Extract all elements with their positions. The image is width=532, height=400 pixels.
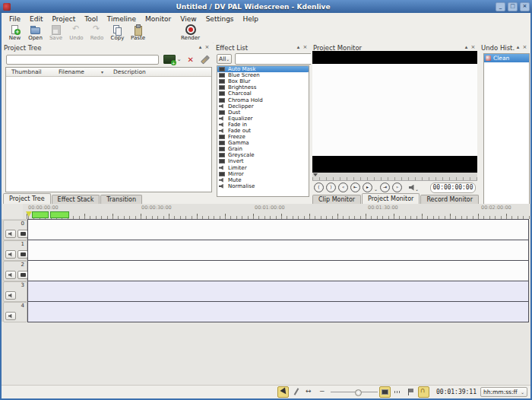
tab-project-tree[interactable]: Project Tree bbox=[3, 193, 51, 204]
menu-help[interactable]: Help bbox=[239, 14, 264, 24]
hide-track-button[interactable] bbox=[17, 271, 28, 279]
hide-track-button[interactable] bbox=[17, 250, 28, 259]
close-icon[interactable]: × bbox=[520, 2, 530, 11]
close-panel-icon[interactable]: × bbox=[204, 44, 211, 51]
close-panel-icon[interactable]: × bbox=[470, 44, 477, 51]
menu-timeline[interactable]: Timeline bbox=[103, 14, 141, 24]
track-row-2[interactable] bbox=[27, 260, 529, 281]
razor-tool-icon[interactable] bbox=[290, 386, 302, 398]
play-options-chevron-icon[interactable]: ⌄ bbox=[374, 186, 378, 192]
project-tree-list[interactable]: Thumbnail Filename ▾ Description bbox=[5, 67, 212, 192]
add-clip-icon[interactable] bbox=[163, 55, 176, 64]
menu-edit[interactable]: Edit bbox=[25, 14, 47, 24]
effect-item-fade-in[interactable]: Fade in bbox=[217, 122, 309, 128]
open-button[interactable]: Open bbox=[25, 24, 46, 41]
close-panel-icon[interactable]: × bbox=[302, 44, 309, 51]
float-panel-icon[interactable]: ▴ bbox=[197, 44, 204, 51]
track-row-3[interactable] bbox=[27, 281, 529, 301]
effect-item-dust[interactable]: Dust bbox=[217, 110, 309, 116]
float-panel-icon[interactable]: ▴ bbox=[295, 44, 302, 51]
menu-settings[interactable]: Settings bbox=[201, 14, 239, 24]
effect-item-freeze[interactable]: Freeze bbox=[217, 134, 309, 140]
effect-item-brightness[interactable]: Brightness bbox=[217, 84, 309, 90]
marker-comments-icon[interactable] bbox=[405, 386, 416, 398]
effect-list-scrollbar[interactable]: ▲ ▲ ▼ bbox=[309, 66, 309, 197]
set-zone-end-button[interactable]: ) bbox=[326, 183, 336, 192]
effect-item-auto-mask[interactable]: Auto Mask bbox=[217, 66, 309, 72]
tab-clip-monitor[interactable]: Clip Monitor bbox=[312, 195, 361, 204]
spacer-tool-icon[interactable] bbox=[303, 386, 315, 398]
tab-transition[interactable]: Transition bbox=[100, 195, 142, 204]
rewind-button[interactable]: « bbox=[338, 183, 348, 192]
monitor-seek-ruler[interactable] bbox=[312, 173, 477, 181]
effect-list[interactable]: ▲ ▲ ▼ Auto MaskBlue ScreenBox BlurBright… bbox=[217, 65, 309, 197]
effect-item-fade-out[interactable]: Fade out bbox=[217, 128, 309, 134]
menu-project[interactable]: Project bbox=[48, 14, 81, 24]
effect-filter-dropdown[interactable]: All ⌄ bbox=[217, 54, 232, 64]
effect-item-charcoal[interactable]: Charcoal bbox=[217, 90, 309, 97]
timeline-zone[interactable] bbox=[50, 211, 69, 218]
project-tree-search-input[interactable] bbox=[6, 55, 159, 65]
mute-track-button[interactable] bbox=[5, 291, 16, 300]
effect-item-equalizer[interactable]: Equalizer bbox=[217, 116, 309, 122]
audio-thumbnails-icon[interactable] bbox=[392, 386, 404, 398]
effect-item-gamma[interactable]: Gamma bbox=[217, 140, 309, 146]
tab-record-monitor[interactable]: Record Monitor bbox=[420, 195, 479, 204]
zoom-out-icon[interactable] bbox=[316, 386, 328, 398]
render-button[interactable]: Render bbox=[180, 24, 201, 41]
float-panel-icon[interactable]: ▴ bbox=[463, 44, 470, 51]
edit-clip-icon[interactable] bbox=[201, 55, 210, 64]
tab-effect-stack[interactable]: Effect Stack bbox=[52, 195, 100, 204]
track-row-0[interactable] bbox=[27, 219, 529, 240]
effect-item-normalise[interactable]: Normalise bbox=[217, 183, 309, 189]
timeline-tracks[interactable] bbox=[27, 219, 529, 322]
minimize-icon[interactable]: _ bbox=[496, 2, 505, 11]
timeline-zone[interactable] bbox=[32, 211, 49, 218]
set-zone-start-button[interactable]: ( bbox=[314, 183, 324, 192]
forward-button[interactable]: » bbox=[392, 183, 402, 192]
menu-file[interactable]: File bbox=[5, 14, 25, 24]
track-row-4[interactable] bbox=[27, 301, 529, 322]
menu-view[interactable]: View bbox=[176, 14, 201, 24]
float-panel-icon[interactable]: ▴ bbox=[515, 44, 521, 51]
add-clip-chevron-icon[interactable]: ⌄ bbox=[177, 56, 182, 62]
copy-button[interactable]: Copy bbox=[107, 24, 128, 41]
mute-track-button[interactable] bbox=[5, 250, 16, 259]
effect-item-invert[interactable]: Invert bbox=[217, 158, 309, 164]
effect-item-grain[interactable]: Grain bbox=[217, 146, 309, 152]
app-icon[interactable] bbox=[3, 3, 11, 11]
mute-track-button[interactable] bbox=[5, 230, 16, 238]
slider-handle[interactable] bbox=[355, 389, 362, 396]
snap-icon[interactable] bbox=[418, 386, 429, 398]
play-button[interactable]: ▸ bbox=[363, 183, 372, 192]
mute-track-button[interactable] bbox=[5, 271, 16, 279]
timeline-ruler[interactable]: 00:00:00:0000:00:30:0000:01:00:0000:01:3… bbox=[23, 204, 530, 220]
hide-track-button[interactable] bbox=[17, 230, 28, 238]
close-panel-icon[interactable]: × bbox=[521, 44, 528, 51]
tab-project-monitor[interactable]: Project Monitor bbox=[362, 193, 420, 204]
timecode-format-dropdown[interactable]: hh:mm:ss:ff ⌄ bbox=[480, 387, 527, 397]
effect-item-chroma-hold[interactable]: Chroma Hold bbox=[217, 97, 309, 103]
effect-item-box-blur[interactable]: Box Blur bbox=[217, 78, 309, 84]
undo-history-list[interactable]: Clean bbox=[483, 53, 530, 205]
go-to-start-button[interactable]: ⇤ bbox=[350, 183, 360, 192]
playhead-icon[interactable] bbox=[26, 211, 32, 217]
effect-search-input[interactable] bbox=[235, 53, 323, 65]
effect-item-greyscale[interactable]: Greyscale bbox=[217, 152, 309, 158]
menu-monitor[interactable]: Monitor bbox=[141, 14, 176, 24]
timeline-zoom-slider[interactable] bbox=[331, 387, 378, 397]
effect-item-mirror[interactable]: Mirror bbox=[217, 171, 309, 177]
paste-button[interactable]: Paste bbox=[128, 24, 148, 41]
track-row-1[interactable] bbox=[27, 240, 529, 260]
video-thumbnails-icon[interactable] bbox=[379, 386, 391, 398]
go-to-end-button[interactable]: ⇥ bbox=[380, 183, 390, 192]
delete-clip-icon[interactable]: ✕ bbox=[188, 56, 194, 64]
column-filename[interactable]: Filename bbox=[53, 68, 97, 75]
menu-tool[interactable]: Tool bbox=[80, 14, 102, 24]
select-tool-icon[interactable] bbox=[277, 386, 289, 398]
column-thumbnail[interactable]: Thumbnail bbox=[6, 68, 53, 75]
maximize-icon[interactable]: □ bbox=[508, 2, 518, 11]
effect-item-mute[interactable]: Mute bbox=[217, 177, 309, 183]
sort-arrow-icon[interactable]: ▾ bbox=[101, 69, 103, 75]
mute-track-button[interactable] bbox=[5, 312, 16, 320]
